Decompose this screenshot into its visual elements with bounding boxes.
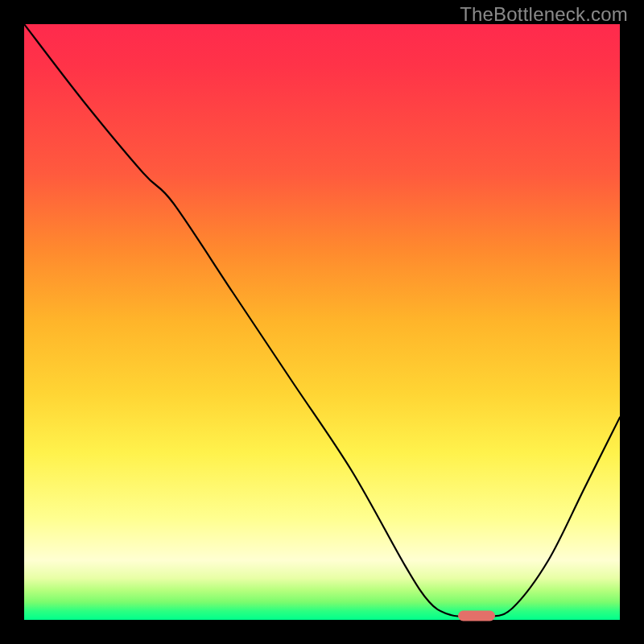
optimal-marker (458, 610, 495, 621)
outer-frame: TheBottleneck.com (0, 0, 644, 644)
bottleneck-curve (24, 24, 620, 620)
watermark-text: TheBottleneck.com (460, 3, 628, 26)
plot-area (24, 24, 620, 620)
